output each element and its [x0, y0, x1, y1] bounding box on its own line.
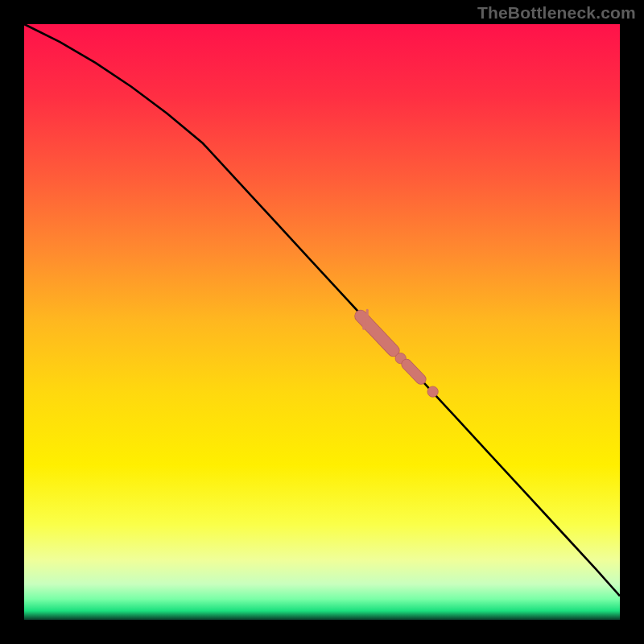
chart-svg — [0, 0, 644, 644]
watermark-text: TheBottleneck.com — [477, 3, 636, 23]
gradient-panel — [24, 24, 620, 620]
chart-stage: TheBottleneck.com — [0, 0, 644, 644]
marker-dot — [427, 386, 438, 397]
